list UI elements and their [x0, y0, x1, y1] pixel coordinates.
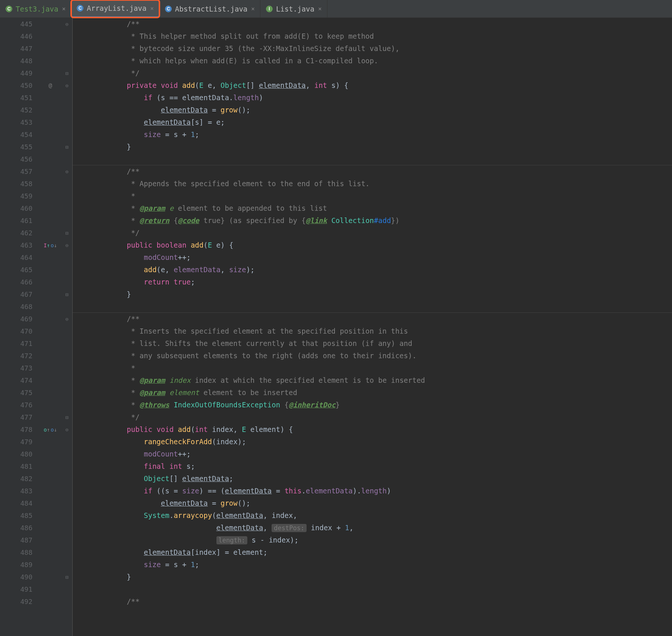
code-line[interactable]: /** [76, 595, 672, 608]
line-number: 487 [0, 534, 32, 546]
code-line[interactable]: * @return {@code true} (as specified by … [76, 214, 672, 227]
gutter-icon-row [39, 497, 61, 509]
code-line[interactable]: * Appends the specified element to the e… [76, 178, 672, 190]
code-line[interactable]: elementData, destPos: index + 1, [76, 522, 672, 534]
fold-marker[interactable]: ⊖ [61, 165, 72, 178]
gutter-icon-row [39, 300, 61, 313]
code-line[interactable]: elementData = grow(); [76, 104, 672, 116]
code-line[interactable]: * This helper method split out from add(… [76, 30, 672, 42]
code-line[interactable]: /** [76, 313, 672, 325]
code-line[interactable]: } [76, 571, 672, 583]
close-icon[interactable]: × [62, 5, 66, 12]
fold-marker[interactable]: ⊟ [61, 67, 72, 79]
fold-marker [61, 374, 72, 387]
code-line[interactable]: * bytecode size under 35 (the -XX:MaxInl… [76, 42, 672, 55]
code-line[interactable]: modCount++; [76, 251, 672, 264]
code-line[interactable]: * Inserts the specified element at the s… [76, 325, 672, 337]
code-line[interactable]: add(e, elementData, size); [76, 264, 672, 276]
code-line[interactable] [76, 300, 672, 313]
code-line[interactable]: */ [76, 227, 672, 239]
code-line[interactable]: public boolean add(E e) { [76, 239, 672, 251]
code-line[interactable]: } [76, 141, 672, 153]
code-line[interactable]: size = s + 1; [76, 128, 672, 141]
close-icon[interactable]: × [318, 5, 322, 12]
code-line[interactable]: * list. Shifts the element currently at … [76, 337, 672, 350]
tab-arraylist[interactable]: CArrayList.java× [71, 0, 159, 18]
code-line[interactable]: */ [76, 411, 672, 423]
tab-label: List.java [276, 5, 314, 13]
fold-marker [61, 399, 72, 411]
implements-down-icon[interactable]: o↑ [44, 427, 50, 433]
fold-marker[interactable]: ⊖ [61, 239, 72, 251]
gutter-icon-row [39, 411, 61, 423]
tab-abstractlist[interactable]: CAbstractList.java× [159, 0, 260, 18]
line-number: 491 [0, 583, 32, 595]
line-number: 453 [0, 116, 32, 128]
tab-test3[interactable]: CTest3.java× [0, 0, 71, 18]
gutter-icon-row [39, 571, 61, 583]
code-line[interactable]: length: s - index); [76, 534, 672, 546]
at-icon[interactable]: @ [48, 82, 52, 89]
code-line[interactable]: */ [76, 67, 672, 79]
code-line[interactable]: Object[] elementData; [76, 473, 672, 485]
implements-up-icon[interactable]: I↑ [44, 242, 50, 248]
close-icon[interactable]: × [150, 5, 154, 12]
fold-marker[interactable]: ⊟ [61, 227, 72, 239]
gutter-icon-row [39, 387, 61, 399]
fold-marker [61, 534, 72, 546]
tab-list[interactable]: IList.java× [260, 0, 327, 18]
code-line[interactable]: private void add(E e, Object[] elementDa… [76, 79, 672, 92]
svg-text:C: C [167, 6, 170, 12]
fold-marker[interactable]: ⊟ [61, 288, 72, 300]
code-line[interactable] [76, 583, 672, 595]
gutter-icon-row [39, 165, 61, 178]
override-icon[interactable]: o↓ [51, 242, 57, 248]
fold-marker[interactable]: ⊟ [61, 571, 72, 583]
code-line[interactable] [76, 153, 672, 165]
code-line[interactable]: final int s; [76, 460, 672, 473]
gutter-icon-row [39, 202, 61, 214]
fold-marker[interactable]: ⊖ [61, 423, 72, 436]
gutter-icon-row [39, 399, 61, 411]
fold-marker [61, 387, 72, 399]
fold-marker [61, 325, 72, 337]
code-line[interactable]: * any subsequent elements to the right (… [76, 350, 672, 362]
code-line[interactable]: * @param e element to be appended to thi… [76, 202, 672, 214]
code-line[interactable]: if ((s = size) == (elementData = this.el… [76, 485, 672, 497]
code-line[interactable]: * @throws IndexOutOfBoundsException {@in… [76, 399, 672, 411]
code-line[interactable]: elementData[index] = element; [76, 546, 672, 559]
code-line[interactable]: * [76, 362, 672, 374]
code-line[interactable]: } [76, 288, 672, 300]
code-area[interactable]: /** * This helper method split out from … [73, 18, 672, 636]
fold-marker [61, 202, 72, 214]
code-line[interactable]: if (s == elementData.length) [76, 92, 672, 104]
fold-marker[interactable]: ⊖ [61, 313, 72, 325]
fold-marker[interactable]: ⊖ [61, 79, 72, 92]
code-line[interactable]: size = s + 1; [76, 559, 672, 571]
line-number: 472 [0, 350, 32, 362]
code-line[interactable]: rangeCheckForAdd(index); [76, 436, 672, 448]
code-line[interactable]: * [76, 190, 672, 202]
tab-label: ArrayList.java [87, 4, 146, 12]
close-icon[interactable]: × [251, 5, 255, 12]
code-line[interactable]: System.arraycopy(elementData, index, [76, 509, 672, 522]
gutter-icon-row [39, 30, 61, 42]
code-line[interactable]: * @param element element to be inserted [76, 387, 672, 399]
code-line[interactable]: modCount++; [76, 448, 672, 460]
gutter-icon-row [39, 350, 61, 362]
code-line[interactable]: * @param index index at which the specif… [76, 374, 672, 387]
gutter-icon-row [39, 374, 61, 387]
code-line[interactable]: * which helps when add(E) is called in a… [76, 55, 672, 67]
fold-marker[interactable]: ⊖ [61, 18, 72, 30]
fold-marker[interactable]: ⊟ [61, 411, 72, 423]
code-line[interactable]: /** [76, 165, 672, 178]
code-line[interactable]: elementData[s] = e; [76, 116, 672, 128]
fold-marker[interactable]: ⊟ [61, 141, 72, 153]
fold-marker [61, 350, 72, 362]
override-icon[interactable]: o↓ [51, 427, 57, 433]
code-line[interactable]: elementData = grow(); [76, 497, 672, 509]
code-line[interactable]: /** [76, 18, 672, 30]
code-line[interactable]: public void add(int index, E element) { [76, 423, 672, 436]
code-line[interactable]: return true; [76, 276, 672, 288]
fold-marker [61, 522, 72, 534]
